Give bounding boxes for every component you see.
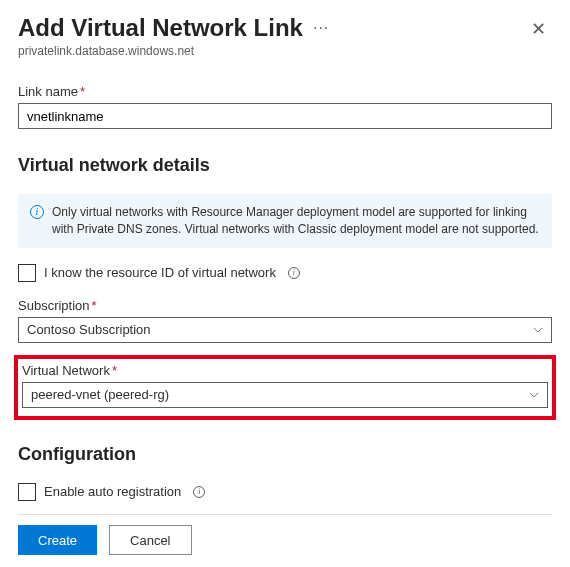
virtual-network-highlight: Virtual Network* peered-vnet (peered-rg): [14, 355, 556, 420]
info-banner: i Only virtual networks with Resource Ma…: [18, 194, 552, 248]
auto-registration-label: Enable auto registration: [44, 484, 181, 499]
subscription-label: Subscription*: [18, 298, 552, 313]
footer-actions: Create Cancel: [18, 514, 552, 555]
more-actions-icon[interactable]: ···: [313, 19, 329, 37]
page-subtitle: privatelink.database.windows.net: [18, 44, 329, 58]
chevron-down-icon: [529, 390, 539, 400]
help-icon[interactable]: i: [288, 267, 300, 279]
auto-registration-row: Enable auto registration i: [18, 483, 552, 501]
info-text: Only virtual networks with Resource Mana…: [52, 204, 540, 238]
auto-registration-checkbox[interactable]: [18, 483, 36, 501]
virtual-network-select[interactable]: peered-vnet (peered-rg): [22, 382, 548, 408]
link-name-input[interactable]: [18, 103, 552, 129]
page-title: Add Virtual Network Link: [18, 14, 303, 42]
know-resource-id-row: I know the resource ID of virtual networ…: [18, 264, 552, 282]
know-resource-id-label: I know the resource ID of virtual networ…: [44, 265, 276, 280]
configuration-heading: Configuration: [18, 444, 552, 465]
info-icon: i: [30, 205, 44, 219]
create-button[interactable]: Create: [18, 525, 97, 555]
chevron-down-icon: [533, 325, 543, 335]
cancel-button[interactable]: Cancel: [109, 525, 191, 555]
know-resource-id-checkbox[interactable]: [18, 264, 36, 282]
close-icon[interactable]: ✕: [525, 14, 552, 44]
link-name-label: Link name*: [18, 84, 552, 99]
vnet-details-heading: Virtual network details: [18, 155, 552, 176]
help-icon[interactable]: i: [193, 486, 205, 498]
virtual-network-label: Virtual Network*: [22, 363, 548, 378]
subscription-select[interactable]: Contoso Subscription: [18, 317, 552, 343]
